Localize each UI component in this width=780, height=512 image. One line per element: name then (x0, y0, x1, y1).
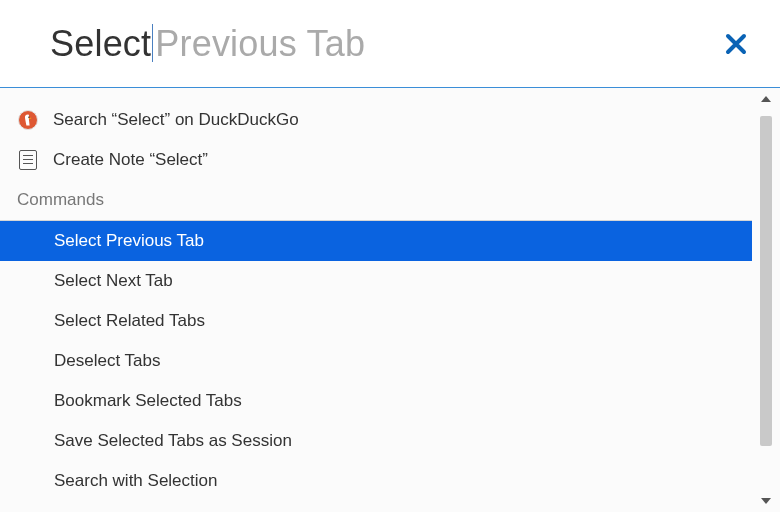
duckduckgo-icon (17, 109, 39, 131)
search-web-action[interactable]: Search “Select” on DuckDuckGo (0, 100, 752, 140)
commands-section-header: Commands (0, 180, 752, 220)
command-label: Save Selected Tabs as Session (54, 431, 292, 451)
quick-command-input[interactable]: Select Previous Tab (50, 18, 730, 68)
search-suggestion-text: Previous Tab (155, 19, 365, 69)
scroll-thumb[interactable] (760, 116, 772, 446)
command-label: Select Previous Tab (54, 231, 204, 251)
note-icon (17, 149, 39, 171)
create-note-label: Create Note “Select” (53, 150, 208, 170)
search-typed-text: Select (50, 19, 151, 69)
command-save-selected-tabs-as-session[interactable]: Save Selected Tabs as Session (0, 421, 752, 461)
command-search-with-selection[interactable]: Search with Selection (0, 461, 752, 501)
command-label: Deselect Tabs (54, 351, 160, 371)
command-label: Select Next Tab (54, 271, 173, 291)
search-header: Select Previous Tab (0, 0, 780, 88)
close-button[interactable] (724, 32, 752, 60)
command-select-related-tabs[interactable]: Select Related Tabs (0, 301, 752, 341)
scrollbar[interactable] (760, 98, 774, 502)
scroll-up-icon[interactable] (761, 96, 771, 102)
results-panel: Search “Select” on DuckDuckGo Create Not… (0, 88, 780, 512)
command-label: Select Related Tabs (54, 311, 205, 331)
scroll-down-icon[interactable] (761, 498, 771, 504)
results-list: Search “Select” on DuckDuckGo Create Not… (0, 88, 780, 501)
command-label: Bookmark Selected Tabs (54, 391, 242, 411)
command-select-next-tab[interactable]: Select Next Tab (0, 261, 752, 301)
svg-point-0 (28, 116, 29, 117)
command-select-previous-tab[interactable]: Select Previous Tab (0, 221, 752, 261)
close-icon (724, 32, 748, 56)
command-label: Search with Selection (54, 471, 217, 491)
create-note-action[interactable]: Create Note “Select” (0, 140, 752, 180)
command-deselect-tabs[interactable]: Deselect Tabs (0, 341, 752, 381)
command-bookmark-selected-tabs[interactable]: Bookmark Selected Tabs (0, 381, 752, 421)
search-web-label: Search “Select” on DuckDuckGo (53, 110, 299, 130)
text-caret (152, 24, 153, 62)
